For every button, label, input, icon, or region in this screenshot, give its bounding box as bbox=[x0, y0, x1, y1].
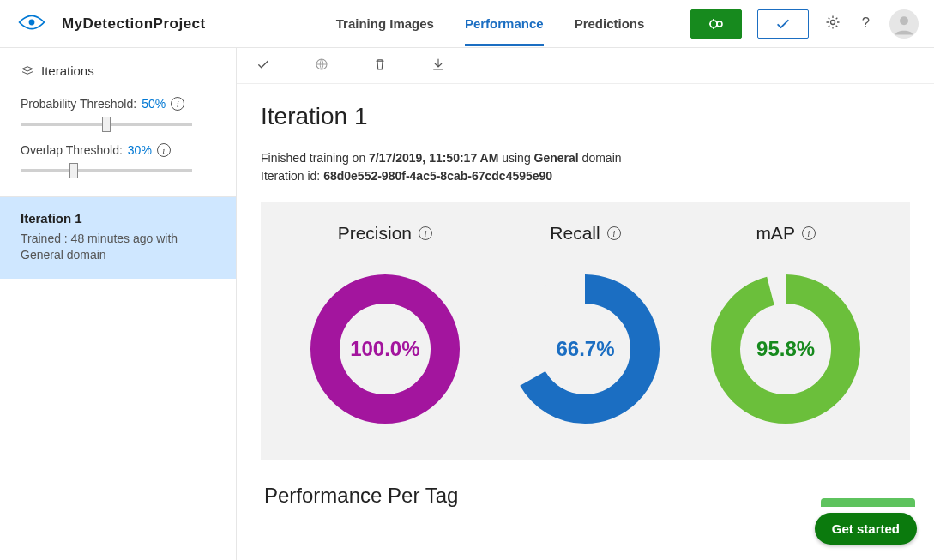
info-icon[interactable]: i bbox=[802, 226, 816, 240]
iterations-heading: Iterations bbox=[21, 63, 215, 78]
metric-recall: Recall i66.7% bbox=[503, 223, 666, 431]
header-actions: ? bbox=[690, 9, 919, 39]
metric-value: 100.0% bbox=[304, 268, 467, 431]
header-bar: MyDetectionProject Training Images Perfo… bbox=[0, 0, 934, 48]
iteration-title: Iteration 1 bbox=[261, 103, 910, 130]
help-icon[interactable]: ? bbox=[857, 14, 874, 34]
svg-point-0 bbox=[29, 19, 35, 25]
info-icon[interactable]: i bbox=[157, 143, 171, 157]
info-icon[interactable]: i bbox=[171, 97, 184, 111]
overlap-threshold-value: 30% bbox=[128, 143, 152, 157]
metric-precision: Precision i100.0% bbox=[304, 223, 467, 431]
probability-threshold-row: Probability Threshold: 50% i bbox=[21, 97, 215, 111]
metric-value: 66.7% bbox=[503, 268, 666, 431]
layers-icon bbox=[21, 64, 34, 78]
overlap-threshold-slider[interactable] bbox=[21, 169, 192, 172]
info-icon[interactable]: i bbox=[607, 226, 621, 240]
project-title: MyDetectionProject bbox=[62, 15, 206, 33]
overlap-threshold-row: Overlap Threshold: 30% i bbox=[21, 143, 215, 157]
metric-map: mAP i95.8% bbox=[704, 223, 867, 431]
iterations-heading-text: Iterations bbox=[41, 63, 94, 78]
iteration-list-item[interactable]: Iteration 1 Trained : 48 minutes ago wit… bbox=[0, 196, 236, 279]
metric-label: Recall i bbox=[550, 223, 620, 244]
main-panel: Iteration 1 Finished training on 7/17/20… bbox=[237, 48, 934, 560]
iteration-name: Iteration 1 bbox=[21, 211, 215, 226]
metric-value: 95.8% bbox=[704, 268, 867, 431]
tab-predictions[interactable]: Predictions bbox=[575, 1, 645, 46]
main-tabs: Training Images Performance Predictions bbox=[336, 1, 645, 46]
iteration-toolbar bbox=[237, 48, 934, 84]
metric-donut: 100.0% bbox=[304, 268, 467, 431]
logo-icon bbox=[17, 13, 46, 35]
user-avatar[interactable] bbox=[889, 9, 919, 39]
metrics-panel: Precision i100.0%Recall i66.7%mAP i95.8% bbox=[261, 202, 910, 460]
publish-icon[interactable] bbox=[314, 57, 329, 75]
svg-point-5 bbox=[900, 16, 908, 25]
performance-per-tag-heading: Performance Per Tag bbox=[264, 484, 910, 508]
delete-icon[interactable] bbox=[372, 57, 388, 75]
settings-icon[interactable] bbox=[824, 14, 841, 34]
info-icon[interactable]: i bbox=[419, 226, 432, 240]
probability-threshold-slider[interactable] bbox=[21, 123, 192, 126]
sidebar: Iterations Probability Threshold: 50% i … bbox=[0, 48, 237, 560]
train-button[interactable] bbox=[690, 9, 742, 39]
iteration-meta: Trained : 48 minutes ago with General do… bbox=[21, 231, 215, 263]
training-status: Finished training on 7/17/2019, 11:50:17… bbox=[261, 149, 910, 185]
tab-training-images[interactable]: Training Images bbox=[336, 1, 434, 46]
probability-threshold-label: Probability Threshold: bbox=[21, 97, 136, 111]
metric-donut: 95.8% bbox=[704, 268, 867, 431]
svg-text:?: ? bbox=[862, 14, 870, 30]
probability-threshold-value: 50% bbox=[142, 97, 166, 111]
tab-performance[interactable]: Performance bbox=[465, 1, 544, 46]
metric-donut: 66.7% bbox=[503, 268, 666, 431]
get-started-tab bbox=[821, 498, 915, 507]
metric-label: mAP i bbox=[756, 223, 816, 244]
quicktest-button[interactable] bbox=[757, 9, 809, 39]
overlap-threshold-label: Overlap Threshold: bbox=[21, 143, 123, 157]
metric-label: Precision i bbox=[338, 223, 432, 244]
default-icon[interactable] bbox=[256, 57, 271, 75]
download-icon[interactable] bbox=[431, 57, 446, 75]
get-started-button[interactable]: Get started bbox=[815, 513, 917, 545]
svg-point-3 bbox=[831, 20, 835, 24]
